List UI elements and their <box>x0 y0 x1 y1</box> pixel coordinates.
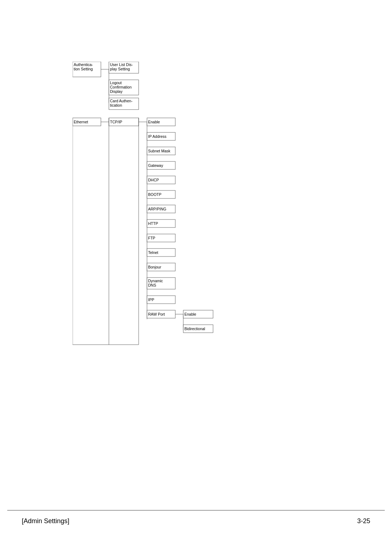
page-container: Authentica- tion Setting User List Dis- … <box>0 0 392 554</box>
svg-text:Confirmation: Confirmation <box>110 85 132 89</box>
svg-text:Bidirectional: Bidirectional <box>184 327 205 331</box>
svg-text:Telnet: Telnet <box>148 250 158 255</box>
svg-text:Gateway: Gateway <box>148 163 163 168</box>
diagram-area: Authentica- tion Setting User List Dis- … <box>73 62 254 360</box>
svg-text:Logout: Logout <box>110 81 122 85</box>
svg-text:HTTP: HTTP <box>148 221 158 226</box>
footer-title: [Admin Settings] <box>22 517 69 525</box>
svg-text:Display: Display <box>110 89 123 94</box>
svg-text:ARP/PING: ARP/PING <box>148 207 166 211</box>
svg-text:BOOTP: BOOTP <box>148 192 162 197</box>
footer-page-number: 3-25 <box>357 517 370 525</box>
svg-text:FTP: FTP <box>148 236 155 240</box>
svg-text:IPP: IPP <box>148 297 154 302</box>
svg-text:Card Authen-: Card Authen- <box>110 99 132 103</box>
footer-divider <box>7 510 385 510</box>
svg-text:Ethernet: Ethernet <box>74 120 88 124</box>
svg-text:Subnet Mask: Subnet Mask <box>148 149 171 153</box>
svg-text:Enable: Enable <box>148 120 160 124</box>
svg-text:tication: tication <box>110 103 122 107</box>
svg-text:Bonjour: Bonjour <box>148 265 162 269</box>
svg-text:IP Address: IP Address <box>148 134 167 139</box>
svg-text:TCP/IP: TCP/IP <box>110 120 122 124</box>
auth-setting-label2: tion Setting <box>74 67 93 71</box>
svg-text:DNS: DNS <box>148 283 156 287</box>
svg-text:RAW Port: RAW Port <box>148 312 165 316</box>
svg-text:play Setting: play Setting <box>110 67 130 71</box>
svg-text:Enable: Enable <box>184 312 196 316</box>
svg-text:User List Dis-: User List Dis- <box>110 62 133 67</box>
auth-setting-label: Authentica- <box>74 62 93 67</box>
svg-text:DHCP: DHCP <box>148 178 159 182</box>
svg-text:Dynamic: Dynamic <box>148 279 163 283</box>
